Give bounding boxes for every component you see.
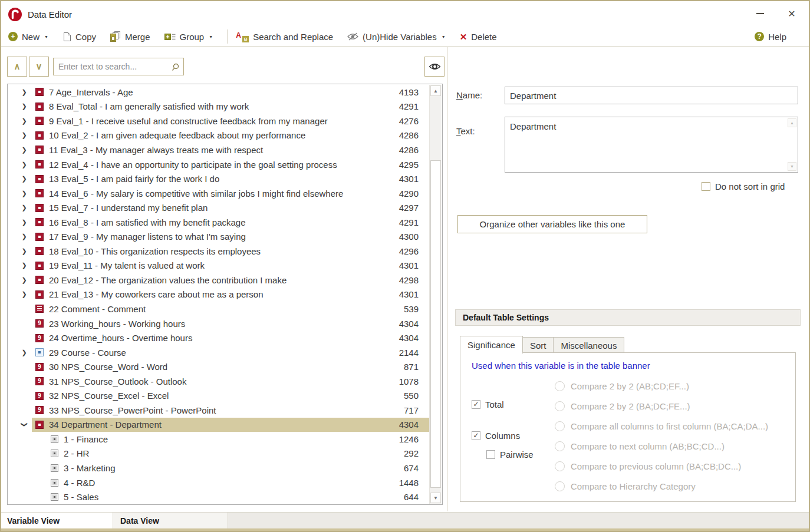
variable-row[interactable]: ❯14 Eval_6 - My salary is competitive wi…: [8, 186, 429, 201]
variable-row[interactable]: 1 - Finance1246: [8, 432, 429, 447]
variable-row[interactable]: ❯13 Eval_5 - I am paid fairly for the wo…: [8, 171, 429, 186]
compare-option-radio[interactable]: Compare to previous column (BA;CB;DC...): [555, 456, 768, 476]
compare-option-radio[interactable]: Compare 2 by 2 (BA;DC;FE...): [555, 396, 768, 416]
compare-option-radio[interactable]: Compare all columns to first column (BA;…: [555, 416, 768, 436]
new-button[interactable]: + New ▼: [8, 32, 48, 42]
group-button[interactable]: Group ▼: [164, 32, 213, 42]
total-checkbox[interactable]: ✓Total: [472, 399, 534, 409]
show-hidden-variables-toggle[interactable]: [424, 57, 444, 77]
variable-row[interactable]: ❯18 Eval_10 - This organization respects…: [8, 244, 429, 259]
variable-row[interactable]: ❯12 Eval_4 - I have an opportunity to pa…: [8, 157, 429, 172]
close-button[interactable]: ✕: [778, 2, 805, 25]
variable-row[interactable]: 924 Overtime_hours - Overtime hours4304: [8, 331, 429, 345]
significance-tab-content: Used when this variable is in the table …: [460, 352, 796, 502]
default-table-settings: Default Table Settings SignificanceSortM…: [455, 309, 801, 504]
tab-data-view[interactable]: Data View: [113, 513, 228, 528]
variable-list: ❯7 Age_Intervals - Age4193❯8 Eval_Total …: [8, 85, 429, 504]
variable-row[interactable]: 932 NPS_Course_Excel - Excel550: [8, 388, 429, 403]
chevron-collapsed-icon[interactable]: ❯: [17, 117, 32, 125]
search-previous-button[interactable]: ∧: [7, 57, 27, 77]
chevron-collapsed-icon[interactable]: ❯: [17, 276, 32, 284]
variable-row[interactable]: 4 - R&D1448: [8, 475, 429, 490]
scroll-up-arrow[interactable]: ▲: [430, 85, 441, 96]
organize-variables-button[interactable]: Organize other variables like this one: [457, 215, 647, 233]
compare-option-radio[interactable]: Compare to next column (AB;BC;CD...): [555, 436, 768, 456]
chevron-collapsed-icon[interactable]: ❯: [17, 146, 32, 154]
variable-row[interactable]: 22 Comment - Comment539: [8, 302, 429, 316]
chevron-collapsed-icon[interactable]: ❯: [17, 349, 32, 356]
category-item-variable-icon: [51, 493, 58, 501]
chevron-collapsed-icon[interactable]: ❯: [17, 219, 32, 226]
variable-row[interactable]: ❯34 Department - Department4304: [8, 418, 429, 432]
name-field[interactable]: [505, 87, 798, 104]
textarea-scroll-up[interactable]: ▲: [788, 118, 796, 127]
chevron-collapsed-icon[interactable]: ❯: [17, 161, 32, 168]
variable-label: 14 Eval_6 - My salary is competitive wit…: [49, 189, 387, 199]
variable-row[interactable]: ❯15 Eval_7 - I understand my benefit pla…: [8, 200, 429, 215]
chevron-collapsed-icon[interactable]: ❯: [17, 175, 32, 183]
variable-row[interactable]: 2 - HR292: [8, 447, 429, 461]
chevron-collapsed-icon[interactable]: ❯: [17, 290, 32, 298]
scrollbar-thumb[interactable]: [430, 160, 441, 488]
variable-row[interactable]: ❯11 Eval_3 - My manager always treats me…: [8, 143, 429, 157]
compare-option-radio[interactable]: Compare 2 by 2 (AB;CD;EF...): [555, 376, 768, 396]
variable-row[interactable]: 933 NPS_Course_PowerPoint - PowerPoint71…: [8, 403, 429, 418]
settings-tab-sort[interactable]: Sort: [523, 337, 554, 353]
tab-variable-view[interactable]: Variable View: [1, 513, 113, 528]
help-button[interactable]: ? Help: [755, 32, 786, 42]
chevron-collapsed-icon[interactable]: ❯: [17, 131, 32, 139]
copy-button[interactable]: Copy: [62, 32, 96, 42]
compare-options: Compare 2 by 2 (AB;CD;EF...)Compare 2 by…: [555, 376, 768, 496]
chevron-expanded-icon[interactable]: ❯: [21, 417, 28, 432]
variable-row[interactable]: ❯17 Eval_9 - My manager listens to what …: [8, 229, 429, 244]
variable-row[interactable]: 923 Working_hours - Working hours4304: [8, 316, 429, 331]
columns-checkbox[interactable]: ✓Columns: [472, 430, 534, 441]
variable-row[interactable]: ❯19 Eval_11 - My talent is valued at wor…: [8, 259, 429, 273]
variable-row[interactable]: 5 - Sales644: [8, 490, 429, 504]
pairwise-checkbox[interactable]: Pairwise: [486, 449, 534, 460]
variable-label: 30 NPS_Course_Word - Word: [49, 362, 387, 372]
scroll-down-arrow[interactable]: ▼: [430, 493, 441, 503]
settings-tab-significance[interactable]: Significance: [460, 336, 523, 353]
search-input[interactable]: [54, 58, 183, 75]
categorical-variable-icon: [35, 421, 44, 429]
compare-option-radio[interactable]: Compare to Hierarchy Category: [555, 476, 768, 496]
variable-row[interactable]: 931 NPS_Course_Outlook - Outlook1078: [8, 374, 429, 389]
variable-row[interactable]: ❯7 Age_Intervals - Age4193: [8, 85, 429, 100]
chevron-collapsed-icon[interactable]: ❯: [17, 88, 32, 96]
chevron-collapsed-icon[interactable]: ❯: [17, 204, 32, 212]
name-label: Name:: [456, 90, 482, 100]
text-field-wrap: Department ▲ ▼: [505, 117, 798, 173]
merge-button[interactable]: Merge: [110, 31, 150, 42]
variable-row[interactable]: ❯29 Course - Course2144: [8, 345, 429, 360]
variable-count: 4291: [387, 101, 429, 111]
text-field[interactable]: Department: [505, 117, 798, 172]
do-not-sort-checkbox[interactable]: Do not sort in grid: [702, 181, 785, 191]
variable-row[interactable]: ❯8 Eval_Total - I am generally satisfied…: [8, 100, 429, 114]
variable-row[interactable]: ❯20 Eval_12 - The organization values th…: [8, 273, 429, 288]
variable-row[interactable]: 930 NPS_Course_Word - Word871: [8, 359, 429, 374]
variable-row[interactable]: ❯16 Eval_8 - I am satisfied with my bene…: [8, 215, 429, 230]
chevron-collapsed-icon[interactable]: ❯: [17, 262, 32, 269]
chevron-collapsed-icon[interactable]: ❯: [17, 103, 32, 110]
textarea-scroll-down[interactable]: ▼: [788, 162, 796, 171]
delete-button[interactable]: ✕ Delete: [460, 32, 497, 42]
search-and-replace-button[interactable]: A B Search and Replace: [236, 32, 333, 42]
settings-tab-miscellaneous[interactable]: Miscellaneous: [554, 337, 624, 353]
variable-count: 644: [387, 492, 429, 502]
minimize-button[interactable]: [746, 2, 773, 25]
chevron-collapsed-icon[interactable]: ❯: [17, 247, 32, 255]
chevron-collapsed-icon[interactable]: ❯: [17, 233, 32, 240]
variable-row[interactable]: ❯9 Eval_1 - I receive useful and constru…: [8, 114, 429, 128]
chevron-collapsed-icon[interactable]: ❯: [17, 190, 32, 197]
variable-row[interactable]: 3 - Marketing674: [8, 461, 429, 475]
unhide-variables-button[interactable]: (Un)Hide Variables ▼: [347, 32, 446, 42]
variable-count: 4276: [387, 116, 429, 126]
radio-icon: [555, 421, 565, 431]
compare-option-label: Compare to previous column (BA;CB;DC...): [571, 461, 741, 471]
variable-row[interactable]: ❯21 Eval_13 - My coworkers care about me…: [8, 288, 429, 302]
scrollbar[interactable]: ▲ ▼: [429, 85, 442, 504]
variable-row[interactable]: ❯10 Eval_2 - I am given adequate feedbac…: [8, 128, 429, 143]
app-logo-icon: [8, 8, 22, 21]
search-next-button[interactable]: ∨: [29, 57, 49, 77]
